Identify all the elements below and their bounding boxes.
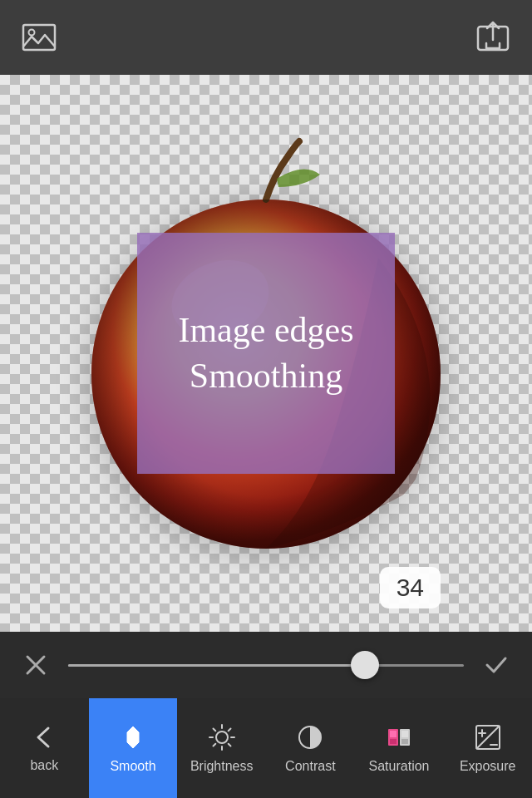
tool-smooth-label: Smooth — [110, 759, 155, 774]
apple-image: Image edges Smoothing — [46, 133, 486, 574]
confirm-button[interactable] — [475, 644, 517, 686]
tool-contrast-label: Contrast — [285, 759, 335, 774]
svg-rect-23 — [390, 731, 397, 737]
saturation-icon — [384, 722, 414, 752]
share-button[interactable] — [470, 15, 515, 60]
brightness-icon — [207, 722, 237, 752]
svg-line-17 — [228, 744, 230, 746]
tool-brightness[interactable]: Brightness — [177, 698, 266, 798]
svg-rect-26 — [401, 739, 408, 744]
cancel-button[interactable] — [15, 644, 57, 686]
slider-thumb[interactable] — [351, 651, 379, 679]
svg-line-16 — [213, 729, 215, 732]
svg-line-18 — [228, 729, 230, 732]
tool-back-label: back — [30, 758, 58, 773]
back-icon — [30, 723, 58, 751]
slider-fill — [68, 664, 365, 667]
svg-rect-24 — [390, 739, 397, 744]
tool-saturation-label: Saturation — [369, 759, 430, 774]
tool-brightness-label: Brightness — [190, 759, 254, 774]
svg-rect-25 — [401, 731, 408, 737]
tool-exposure-label: Exposure — [460, 759, 516, 774]
slider-track[interactable] — [68, 664, 464, 667]
tool-exposure[interactable]: Exposure — [443, 698, 532, 798]
tool-smooth[interactable]: Smooth — [89, 698, 178, 798]
exposure-icon — [473, 722, 503, 752]
gallery-button[interactable] — [17, 15, 62, 60]
tool-saturation[interactable]: Saturation — [355, 698, 444, 798]
slider-toolbar — [0, 632, 532, 698]
svg-line-19 — [213, 744, 215, 746]
value-badge: 34 — [380, 567, 441, 608]
overlay-box: Image edges Smoothing — [137, 233, 395, 474]
canvas-area: Image edges Smoothing 34 — [0, 75, 532, 632]
smooth-icon — [118, 722, 148, 752]
tool-contrast[interactable]: Contrast — [266, 698, 355, 798]
svg-point-11 — [216, 732, 228, 743]
svg-rect-0 — [23, 25, 55, 50]
tool-back[interactable]: back — [0, 698, 89, 798]
top-toolbar — [0, 0, 532, 75]
overlay-text: Image edges Smoothing — [178, 308, 353, 398]
svg-point-1 — [29, 30, 35, 36]
bottom-tools: back Smooth Brightness — [0, 698, 532, 798]
svg-marker-10 — [127, 727, 139, 748]
contrast-icon — [295, 722, 325, 752]
